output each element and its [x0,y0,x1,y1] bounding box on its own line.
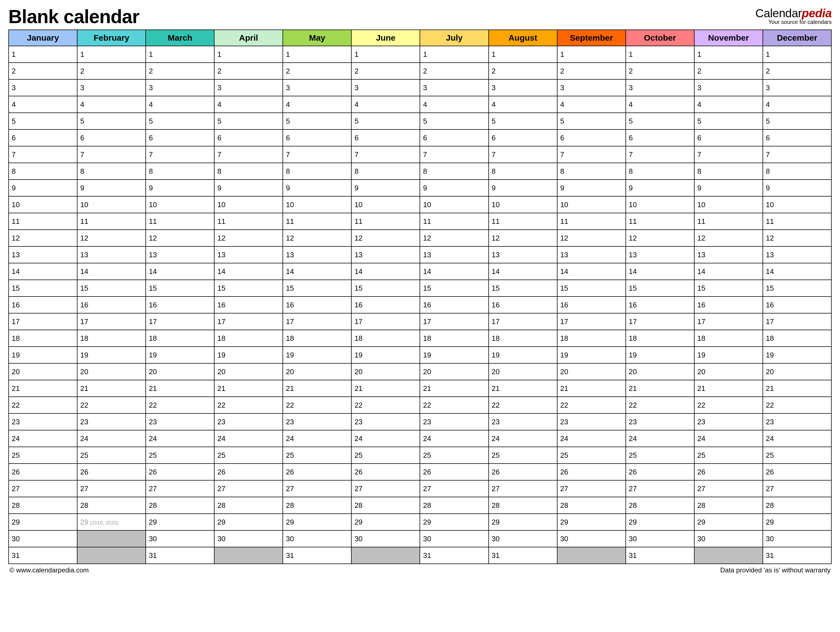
day-cell: 12 [489,230,557,246]
day-row: 222222222222 [9,63,831,79]
day-cell: 22 [283,397,351,413]
day-cell: 21 [420,380,488,397]
day-cell: 22 [763,397,831,413]
month-header: August [489,30,557,46]
day-cell: 18 [77,330,146,347]
day-cell: 20 [420,363,488,380]
day-cell: 18 [283,330,351,347]
day-cell: 7 [77,146,146,163]
day-cell: 24 [283,430,351,447]
day-cell: 21 [214,380,283,397]
day-cell: 19 [77,347,146,363]
day-cell: 27 [420,480,488,497]
day-cell: 8 [694,163,763,180]
day-row: 232323232323232323232323 [9,413,831,430]
day-cell: 28 [489,497,557,514]
day-cell: 1 [763,46,831,63]
day-cell: 31 [9,547,77,564]
day-cell: 25 [146,447,214,463]
day-cell: 19 [557,347,626,363]
day-cell: 12 [214,230,283,246]
day-cell: 22 [694,397,763,413]
day-cell: 5 [420,113,488,129]
day-cell: 5 [77,113,146,129]
day-cell: 2 [214,63,283,79]
day-cell: 18 [489,330,557,347]
day-cell: 19 [214,347,283,363]
day-cell: 29 [146,514,214,530]
day-cell: 26 [283,463,351,480]
day-cell: 27 [283,480,351,497]
day-row: 282828282828282828282828 [9,497,831,514]
day-cell: 26 [214,463,283,480]
day-cell: 30 [763,530,831,547]
day-cell: 1 [146,46,214,63]
day-cell: 29 [214,514,283,530]
day-cell: 13 [9,246,77,263]
day-cell: 12 [77,230,146,246]
day-cell: 22 [557,397,626,413]
day-cell: 3 [420,79,488,96]
brand-suffix: pedia [802,7,832,20]
day-cell: 29 [283,514,351,530]
month-header: September [557,30,626,46]
day-cell: 21 [9,380,77,397]
leap-years: (2016, 2020) [90,520,118,526]
day-row: 242424242424242424242424 [9,430,831,447]
day-cell: 5 [626,113,694,129]
day-cell: 7 [626,146,694,163]
day-cell: 22 [420,397,488,413]
day-cell: 17 [146,313,214,330]
day-cell: 26 [626,463,694,480]
day-cell: 23 [77,413,146,430]
day-cell: 24 [214,430,283,447]
day-cell: 2 [694,63,763,79]
day-row: 444444444444 [9,96,831,113]
day-cell: 29 [626,514,694,530]
day-cell: 22 [351,397,420,413]
day-cell: 24 [557,430,626,447]
day-cell: 30 [489,530,557,547]
day-cell: 15 [557,280,626,296]
day-cell: 18 [763,330,831,347]
day-cell: 31 [146,547,214,564]
day-cell: 17 [420,313,488,330]
day-cell: 16 [214,296,283,313]
day-cell: 15 [626,280,694,296]
day-row: 555555555555 [9,113,831,129]
day-cell: 13 [694,246,763,263]
day-cell: 26 [77,463,146,480]
day-cell: 11 [763,213,831,230]
brand-name: Calendarpedia [755,7,832,20]
day-cell: 10 [77,196,146,213]
day-cell: 23 [694,413,763,430]
day-cell: 27 [694,480,763,497]
day-cell: 5 [146,113,214,129]
day-cell: 6 [420,129,488,146]
day-cell: 13 [77,246,146,263]
day-cell: 18 [214,330,283,347]
day-cell: 2 [351,63,420,79]
day-cell: 28 [694,497,763,514]
day-cell: 14 [557,263,626,280]
day-cell: 13 [763,246,831,263]
day-cell: 11 [146,213,214,230]
day-cell: 30 [420,530,488,547]
day-cell [694,547,763,564]
brand: Calendarpedia Your source for calendars [755,6,832,25]
day-cell: 1 [489,46,557,63]
day-cell: 15 [763,280,831,296]
day-cell: 3 [9,79,77,96]
day-cell: 9 [763,180,831,196]
day-row: 3030303030303030303030 [9,530,831,547]
day-cell: 4 [9,96,77,113]
day-cell: 29 [420,514,488,530]
day-cell: 17 [351,313,420,330]
day-cell: 30 [557,530,626,547]
day-row: 121212121212121212121212 [9,230,831,246]
day-cell: 27 [214,480,283,497]
day-cell: 4 [557,96,626,113]
day-cell: 19 [283,347,351,363]
day-cell: 22 [146,397,214,413]
month-header-row: JanuaryFebruaryMarchAprilMayJuneJulyAugu… [9,30,831,46]
